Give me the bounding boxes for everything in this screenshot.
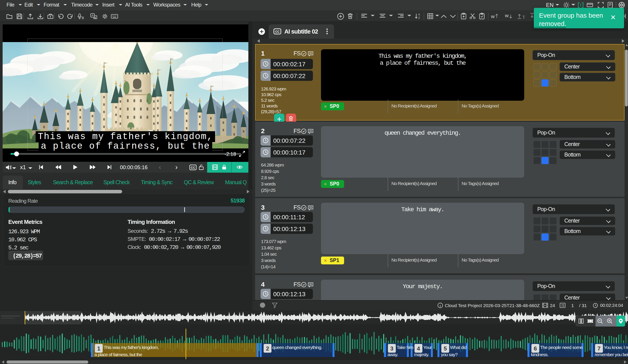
svg-text:CC: CC bbox=[275, 30, 280, 33]
svg-text:A: A bbox=[92, 14, 93, 17]
svg-text:CC: CC bbox=[191, 166, 195, 169]
svg-text:w: w bbox=[491, 14, 495, 19]
svg-text:A: A bbox=[418, 13, 420, 16]
svg-text:T: T bbox=[523, 15, 525, 19]
svg-text:w: w bbox=[505, 13, 509, 18]
svg-text:Z: Z bbox=[418, 16, 420, 19]
